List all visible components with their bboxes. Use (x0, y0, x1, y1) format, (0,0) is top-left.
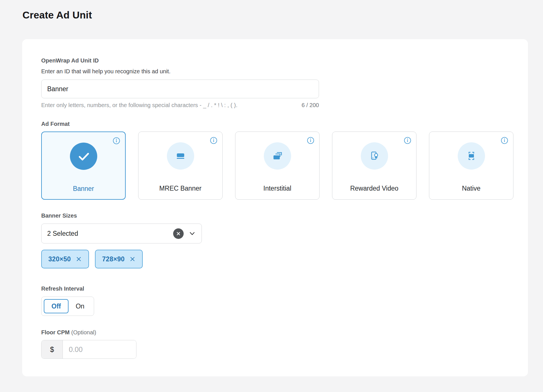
interstitial-icon (264, 142, 291, 170)
optional-label: (Optional) (71, 329, 96, 335)
info-icon[interactable] (307, 137, 314, 144)
toggle-option-on[interactable]: On (69, 299, 92, 313)
chip-label: 320×50 (48, 255, 71, 263)
floor-cpm-label: Floor CPM (41, 329, 70, 335)
ad-unit-id-input[interactable] (41, 80, 319, 98)
format-card-label: Banner (42, 185, 125, 193)
native-icon (458, 142, 485, 170)
ad-format-card-rewarded-video[interactable]: Rewarded Video (332, 132, 416, 200)
rewarded-video-icon (361, 142, 388, 170)
floor-cpm-input[interactable] (63, 340, 136, 358)
size-chip: 320×50 (41, 250, 89, 268)
char-counter: 6 / 200 (302, 102, 319, 109)
ad-format-card-mrec-banner[interactable]: MREC Banner (138, 132, 223, 200)
chevron-down-icon (188, 230, 196, 237)
ad-format-card-interstitial[interactable]: Interstitial (235, 132, 320, 200)
close-icon (176, 231, 181, 236)
x-icon (76, 256, 82, 262)
floor-cpm-group: $ (41, 340, 136, 359)
dollar-sign: $ (50, 345, 54, 354)
remove-chip-button[interactable] (76, 256, 82, 262)
ad-unit-id-label: OpenWrap Ad Unit ID (41, 57, 528, 64)
info-icon[interactable] (210, 137, 217, 144)
ad-format-section: Ad Format Banner (41, 121, 528, 200)
ad-unit-id-helper: Enter only letters, numbers, or the foll… (41, 102, 237, 109)
page-title: Create Ad Unit (22, 9, 92, 21)
ad-format-card-banner[interactable]: Banner (41, 132, 126, 200)
format-card-label: MREC Banner (138, 185, 222, 192)
refresh-interval-label: Refresh Interval (41, 285, 528, 292)
floor-cpm-section: Floor CPM (Optional) $ (41, 329, 528, 359)
currency-prefix: $ (42, 340, 63, 358)
ad-unit-id-section: OpenWrap Ad Unit ID Enter an ID that wil… (41, 57, 528, 109)
check-icon (70, 143, 97, 170)
format-card-label: Rewarded Video (332, 185, 416, 192)
size-chip: 728×90 (95, 250, 143, 268)
banner-sizes-section: Banner Sizes 2 Selected 320×50 (41, 212, 528, 268)
ad-format-card-native[interactable]: Native (429, 132, 513, 200)
create-ad-unit-card: OpenWrap Ad Unit ID Enter an ID that wil… (22, 39, 528, 376)
info-icon[interactable] (501, 137, 508, 144)
selected-sizes-list: 320×50 728×90 (41, 250, 528, 268)
mrec-banner-icon (167, 142, 194, 170)
toggle-option-off[interactable]: Off (44, 299, 69, 313)
banner-sizes-select[interactable]: 2 Selected (41, 224, 202, 243)
format-card-label: Native (429, 185, 513, 192)
ad-unit-id-description: Enter an ID that will help you recognize… (41, 68, 528, 75)
format-card-label: Interstitial (235, 185, 319, 192)
remove-chip-button[interactable] (129, 256, 136, 262)
clear-selection-button[interactable] (173, 228, 184, 239)
x-icon (129, 256, 136, 262)
banner-sizes-label: Banner Sizes (41, 212, 528, 219)
ad-format-label: Ad Format (41, 121, 528, 127)
chip-label: 728×90 (102, 255, 125, 263)
info-icon[interactable] (404, 137, 411, 144)
selected-count: 2 Selected (47, 230, 173, 237)
refresh-toggle-group: Off On (41, 297, 94, 316)
info-icon[interactable] (113, 137, 120, 145)
refresh-interval-section: Refresh Interval Off On (41, 285, 528, 316)
